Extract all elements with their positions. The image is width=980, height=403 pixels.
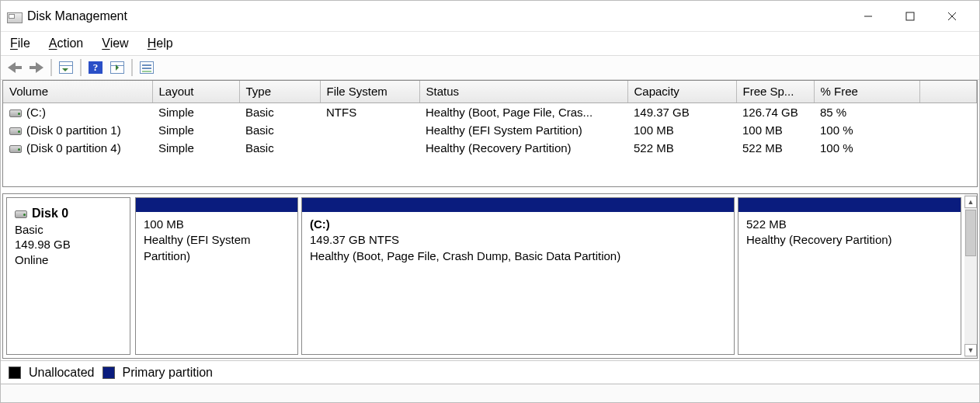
menu-file-label: File: [10, 36, 30, 50]
disk-state: Online: [15, 253, 48, 266]
table-row[interactable]: (Disk 0 partition 4)SimpleBasicHealthy (…: [3, 139, 977, 157]
minimize-button[interactable]: [847, 2, 889, 31]
column-header[interactable]: Layout: [152, 81, 239, 102]
table-cell: Simple: [152, 121, 239, 139]
volume-icon: [9, 145, 22, 153]
menu-file[interactable]: File: [10, 36, 30, 50]
table-cell: 100 MB: [627, 121, 736, 139]
table-cell: Basic: [239, 139, 320, 157]
back-button[interactable]: [5, 58, 24, 77]
maximize-button[interactable]: [889, 2, 931, 31]
table-cell: Basic: [239, 121, 320, 139]
close-button[interactable]: [931, 2, 973, 31]
toolbar-separator: [80, 59, 82, 76]
table-cell: [919, 121, 977, 139]
legend-primary-swatch: [103, 367, 115, 379]
table-cell: [919, 139, 977, 157]
table-cell: 100 MB: [736, 121, 814, 139]
table-cell: 522 MB: [627, 139, 736, 157]
table-cell: (Disk 0 partition 4): [3, 139, 152, 157]
table-cell: [320, 121, 419, 139]
menu-bar: File Action View Help: [1, 32, 979, 55]
help-button[interactable]: ?: [86, 58, 105, 77]
partition-status: Healthy (EFI System Partition): [144, 233, 251, 262]
disk-info-panel[interactable]: Disk 0 Basic 149.98 GB Online: [6, 197, 130, 355]
table-cell: NTFS: [320, 102, 419, 121]
table-cell: Healthy (Recovery Partition): [419, 139, 627, 157]
menu-view[interactable]: View: [102, 36, 128, 50]
table-cell: 149.37 GB: [627, 102, 736, 121]
vertical-scrollbar[interactable]: ▲ ▼: [964, 194, 977, 358]
toolbar-separator: [50, 59, 52, 76]
disk-size: 149.98 GB: [15, 238, 71, 251]
volume-icon: [9, 127, 22, 135]
column-header[interactable]: Type: [239, 81, 320, 102]
column-header[interactable]: Capacity: [627, 81, 736, 102]
volume-icon: [9, 109, 22, 117]
partition-size: 149.37 GB NTFS: [310, 233, 399, 246]
table-cell: (Disk 0 partition 1): [3, 121, 152, 139]
volume-list[interactable]: VolumeLayoutTypeFile SystemStatusCapacit…: [2, 80, 978, 187]
window-controls: [847, 2, 973, 31]
column-header[interactable]: File System: [320, 81, 419, 102]
column-header[interactable]: Free Sp...: [736, 81, 814, 102]
menu-action[interactable]: Action: [49, 36, 83, 50]
column-header-spacer[interactable]: [919, 81, 977, 102]
toolbar-separator: [131, 59, 133, 76]
disk-map: Disk 0 Basic 149.98 GB Online 100 MBHeal…: [2, 193, 978, 359]
table-row[interactable]: (Disk 0 partition 1)SimpleBasicHealthy (…: [3, 121, 977, 139]
partition[interactable]: 522 MBHealthy (Recovery Partition): [738, 197, 961, 355]
table-cell: [320, 139, 419, 157]
partition-name: (C:): [310, 217, 330, 231]
table-cell: Healthy (EFI System Partition): [419, 121, 627, 139]
partition-status: Healthy (Boot, Page File, Crash Dump, Ba…: [310, 249, 620, 262]
toolbar: ?: [1, 55, 979, 80]
partition-body: (C:)149.37 GB NTFSHealthy (Boot, Page Fi…: [302, 212, 734, 354]
legend-unallocated-label: Unallocated: [29, 366, 95, 380]
table-row[interactable]: (C:)SimpleBasicNTFSHealthy (Boot, Page F…: [3, 102, 977, 121]
forward-button[interactable]: [27, 58, 46, 77]
partition-body: 100 MBHealthy (EFI System Partition): [136, 212, 297, 354]
legend-unallocated-swatch: [9, 367, 21, 379]
partition-stripe: [302, 198, 734, 212]
column-header[interactable]: % Free: [814, 81, 919, 102]
table-cell: Simple: [152, 102, 239, 121]
svg-rect-1: [906, 12, 914, 20]
column-header[interactable]: Volume: [3, 81, 152, 102]
scroll-down-button[interactable]: ▼: [964, 344, 977, 356]
app-icon: [7, 11, 21, 22]
scroll-up-button[interactable]: ▲: [964, 196, 977, 208]
action-button[interactable]: [108, 58, 127, 77]
table-cell: 100 %: [814, 121, 919, 139]
partition-stripe: [738, 198, 961, 212]
table-cell: [919, 102, 977, 121]
table-cell: Simple: [152, 139, 239, 157]
partition-status: Healthy (Recovery Partition): [746, 233, 892, 246]
partition-stripe: [136, 198, 297, 212]
disk-name: Disk 0: [32, 207, 68, 220]
column-header[interactable]: Status: [419, 81, 627, 102]
main-panel: VolumeLayoutTypeFile SystemStatusCapacit…: [1, 80, 979, 360]
table-cell: 85 %: [814, 102, 919, 121]
table-cell: Basic: [239, 102, 320, 121]
legend: Unallocated Primary partition: [1, 360, 979, 384]
window-title: Disk Management: [27, 9, 127, 23]
scroll-thumb[interactable]: [965, 210, 976, 256]
partitions-container: 100 MBHealthy (EFI System Partition)(C:)…: [135, 197, 961, 355]
refresh-button[interactable]: [57, 58, 75, 77]
list-button[interactable]: [137, 58, 156, 77]
legend-primary-label: Primary partition: [123, 366, 213, 380]
table-cell: 522 MB: [736, 139, 814, 157]
table-cell: 100 %: [814, 139, 919, 157]
partition-size: 100 MB: [144, 217, 184, 231]
partition-body: 522 MBHealthy (Recovery Partition): [738, 212, 961, 354]
title-bar: Disk Management: [1, 1, 979, 32]
table-cell: 126.74 GB: [736, 102, 814, 121]
partition[interactable]: 100 MBHealthy (EFI System Partition): [135, 197, 298, 355]
partition-size: 522 MB: [746, 217, 787, 231]
partition[interactable]: (C:)149.37 GB NTFSHealthy (Boot, Page Fi…: [301, 197, 735, 355]
disk-type: Basic: [15, 223, 43, 236]
menu-help[interactable]: Help: [148, 36, 173, 50]
status-bar: [1, 384, 979, 403]
disk-icon: [15, 210, 27, 218]
